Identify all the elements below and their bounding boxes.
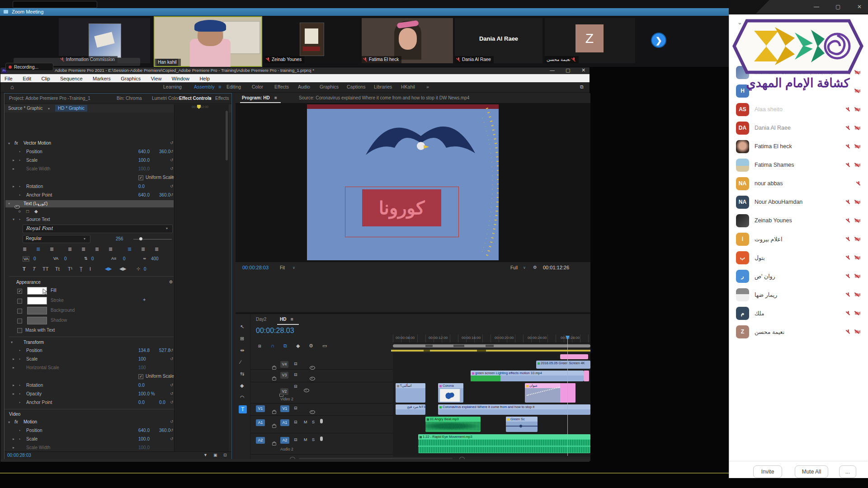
timeline-playhead-line[interactable]: [567, 339, 568, 456]
home-icon[interactable]: ⌂: [10, 84, 14, 90]
source-patch-a2[interactable]: A2: [256, 437, 265, 444]
fill-checkbox[interactable]: ✓: [17, 289, 22, 294]
disclosure-icon[interactable]: ▾: [13, 217, 14, 221]
premiere-titlebar[interactable]: Pr Adobe Premiere Pro 2021 - E:\Session-…: [0, 67, 590, 74]
timeline-clip-corona-image[interactable]: Corona: [438, 383, 463, 403]
disclosure-icon[interactable]: ▸: [13, 437, 14, 441]
timeline-clip-rapid-eye-movement[interactable]: 1.22 - Rapid Eye Movement.mp3: [418, 434, 590, 453]
lock-icon[interactable]: [272, 411, 276, 414]
disclosure-icon[interactable]: ▸: [13, 158, 14, 162]
video-off-icon[interactable]: [855, 237, 861, 242]
workspace-overflow[interactable]: »: [426, 84, 429, 89]
selection-tool-icon[interactable]: ↖: [240, 324, 244, 330]
workspace-libraries[interactable]: Libraries: [374, 84, 392, 89]
muted-mic-icon[interactable]: [846, 200, 850, 205]
sync-lock-icon[interactable]: ⊟: [294, 372, 297, 377]
pen-tool-icon[interactable]: ◆: [34, 209, 38, 214]
keyframe-lane[interactable]: 00:00:12:00: [174, 104, 229, 451]
participant-row[interactable]: Fatima Shames: [736, 156, 861, 174]
uniform-scale-checkbox[interactable]: ✓: [138, 175, 143, 180]
v-position-x[interactable]: 640.0: [138, 428, 150, 433]
stopwatch-icon[interactable]: ◔: [18, 400, 20, 405]
stopwatch-icon[interactable]: ◔: [18, 217, 20, 222]
v-scale-value[interactable]: 100.0: [138, 436, 150, 441]
t-uniform-checkbox[interactable]: ✓: [138, 374, 143, 379]
reset-icon[interactable]: ↺: [170, 166, 174, 171]
participant-row[interactable]: ب بتول: [736, 249, 861, 267]
small-caps-icon[interactable]: Tt: [55, 266, 60, 272]
track-v3-button[interactable]: V3: [280, 372, 288, 379]
zoom-titlebar[interactable]: Zoom Meeting: [0, 8, 729, 16]
tab-project[interactable]: Project: Adobe Premiere Pro -Training_1: [9, 96, 90, 101]
tab-program[interactable]: Program: HD: [242, 95, 270, 100]
faux-italic-icon[interactable]: T: [33, 266, 36, 272]
justify-full-icon[interactable]: ≣: [108, 246, 113, 252]
t-rotation-value[interactable]: 0.0: [138, 383, 145, 388]
timeline-settings-icon[interactable]: ⚙: [309, 343, 313, 349]
participant-row[interactable]: DA Dania Al Raee: [736, 119, 861, 137]
tsume-icon[interactable]: ⊹: [137, 266, 140, 271]
panel-menu-icon[interactable]: ≡: [274, 95, 277, 100]
track-header-v1[interactable]: V1 V1 ⊟: [250, 404, 393, 416]
slip-tool-icon[interactable]: ⇆: [240, 371, 244, 377]
baseline-shift-value[interactable]: 0: [123, 256, 126, 261]
muted-mic-icon[interactable]: [846, 292, 850, 297]
zoom-fit-icon[interactable]: ⊡: [223, 453, 227, 457]
text-layer-row[interactable]: ▾ Text (كورونا): [5, 200, 174, 207]
sequence-clip-label[interactable]: HD * Graphic: [55, 105, 87, 112]
lock-icon[interactable]: [272, 377, 276, 380]
timeline-clip-angry-beat[interactable]: 01 Angry Beat.mp3: [425, 417, 481, 432]
timeline-timecode[interactable]: 00:00:28.03: [256, 327, 294, 335]
workspace-assembly[interactable]: Assembly: [194, 84, 215, 89]
source-patch-a1[interactable]: A1: [256, 419, 265, 426]
position-y-value[interactable]: 360.0: [159, 149, 170, 154]
muted-mic-icon[interactable]: [846, 255, 850, 260]
razor-tool-icon[interactable]: ∕: [240, 359, 241, 365]
anchor-x-value[interactable]: 640.0: [138, 192, 150, 197]
muted-mic-icon[interactable]: [846, 163, 850, 168]
menu-markers[interactable]: Markers: [89, 75, 115, 83]
track-header-v3[interactable]: V3 ⊟: [250, 370, 393, 382]
v-position-y[interactable]: 360.0: [159, 428, 170, 433]
timeline-clip-anwan-title[interactable]: عنوان: [525, 383, 576, 403]
track-header-v4[interactable]: V4 ⊟: [250, 360, 393, 370]
invite-button[interactable]: Invite: [753, 465, 782, 478]
participant-row[interactable]: ا اعلام بيروت: [736, 230, 861, 248]
font-size-slider-handle[interactable]: [139, 237, 142, 240]
stopwatch-icon[interactable]: ◔: [18, 150, 20, 154]
add-marker-icon[interactable]: ◆: [296, 343, 300, 349]
panel-maximize-button[interactable]: ▢: [835, 4, 840, 10]
timeline-clip-green-screen-4k[interactable]: 2016.05.05 Green Screen 4K: [536, 361, 590, 369]
more-options-button[interactable]: ...: [839, 465, 856, 478]
tab-bin-chroma[interactable]: Bin: Chroma: [117, 96, 142, 101]
source-patch-v1[interactable]: V1: [256, 405, 265, 412]
align-top-icon[interactable]: ≣: [127, 246, 132, 252]
solo-button[interactable]: S: [312, 420, 315, 424]
stopwatch-icon[interactable]: ◔: [18, 383, 20, 388]
muted-mic-icon[interactable]: [846, 218, 850, 223]
video-off-icon[interactable]: [855, 329, 861, 334]
disclosure-icon[interactable]: ▸: [13, 184, 14, 188]
workspace-audio[interactable]: Audio: [298, 84, 310, 89]
lock-icon[interactable]: [272, 442, 276, 446]
participant-row[interactable]: NA Nour AbouHamdan: [736, 193, 861, 211]
reset-icon[interactable]: ↺: [170, 383, 174, 387]
align-right-icon[interactable]: ≣: [50, 246, 54, 252]
track-a1-button[interactable]: A1: [280, 419, 289, 426]
justify-right-icon[interactable]: ≣: [95, 246, 99, 252]
timeline-h-scrollbar[interactable]: [393, 344, 590, 348]
disclosure-icon[interactable]: ▸: [13, 383, 14, 387]
workspace-hkahil[interactable]: HKahil: [401, 84, 415, 89]
settings-wrench-icon[interactable]: ⚙: [533, 265, 537, 270]
align-middle-icon[interactable]: ≣: [141, 246, 145, 252]
align-bottom-icon[interactable]: ≣: [155, 246, 159, 252]
mask-with-text-checkbox[interactable]: [17, 328, 22, 333]
video-off-icon[interactable]: [855, 255, 861, 260]
muted-mic-icon[interactable]: [846, 237, 850, 242]
disclosure-icon[interactable]: ▾: [11, 340, 13, 344]
font-style-select[interactable]: Regular ▾: [23, 235, 90, 243]
t-anchor-y[interactable]: 0.0: [159, 400, 165, 405]
leading-value[interactable]: 0: [91, 256, 94, 261]
menu-file[interactable]: File: [0, 75, 17, 83]
effect-motion[interactable]: Motion: [24, 419, 37, 424]
